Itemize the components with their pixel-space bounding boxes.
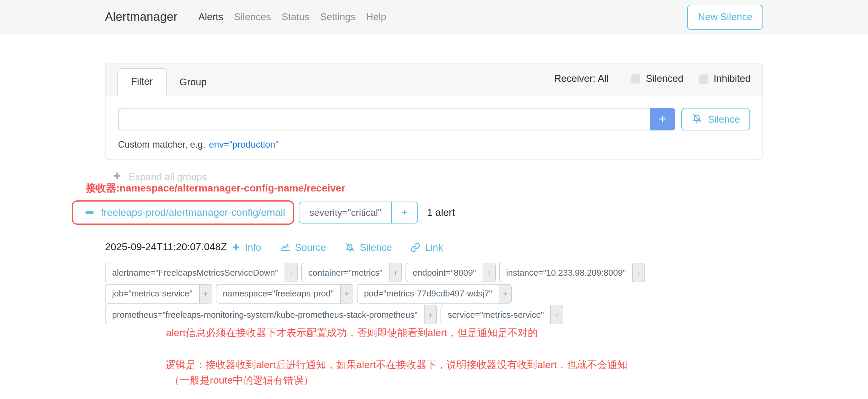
- label-chip[interactable]: instance="10.233.98.209:8009" +: [499, 263, 645, 282]
- nav-item-status[interactable]: Status: [276, 11, 315, 23]
- silence-filter-button-label: Silence: [708, 114, 740, 125]
- alertmanager-page: Alertmanager Alerts Silences Status Sett…: [0, 0, 868, 399]
- link-icon: [410, 242, 421, 252]
- annotation-logic-note-line1: 逻辑是：接收器收到alert后进行通知，如果alert不在接收器下，说明接收器没…: [165, 359, 627, 372]
- label-add-button[interactable]: +: [285, 263, 297, 282]
- label-chip[interactable]: container="metrics" +: [301, 263, 402, 282]
- tab-filter[interactable]: Filter: [117, 68, 166, 95]
- bell-slash-icon: [344, 242, 355, 252]
- group-receiver-link[interactable]: freeleaps-prod/alertmanager-config/email: [101, 207, 285, 218]
- label-add-button[interactable]: +: [389, 263, 401, 282]
- nav-item-settings[interactable]: Settings: [315, 11, 361, 23]
- inhibited-checkbox[interactable]: [699, 74, 708, 83]
- receiver-dropdown[interactable]: Receiver: All: [554, 73, 608, 84]
- alert-info-button[interactable]: Info: [232, 242, 261, 253]
- matcher-helper-text: Custom matcher, e.g.: [118, 139, 206, 149]
- inhibited-checkbox-label[interactable]: Inhibited: [714, 73, 751, 84]
- navbar: Alertmanager Alerts Silences Status Sett…: [0, 0, 868, 34]
- label-add-button[interactable]: +: [499, 284, 511, 303]
- matcher-example-link[interactable]: env="production": [209, 139, 279, 149]
- label-chip[interactable]: job="metrics-service" +: [105, 284, 212, 303]
- nav-item-alerts[interactable]: Alerts: [193, 11, 228, 23]
- label-chip[interactable]: alertname="FreeleapsMetricsServiceDown" …: [105, 263, 298, 282]
- label-chip-text[interactable]: namespace="freeleaps-prod": [216, 284, 340, 303]
- label-add-button[interactable]: +: [482, 263, 495, 282]
- label-chip-text[interactable]: service="metrics-service": [441, 305, 550, 324]
- label-chip-text[interactable]: prometheus="freeleaps-monitoring-system/…: [105, 305, 424, 324]
- label-chip[interactable]: prometheus="freeleaps-monitoring-system/…: [105, 305, 437, 324]
- group-matcher-chip: severity="critical" +: [299, 202, 418, 223]
- label-chip-text[interactable]: pod="metrics-77d9cdb497-wdsj7": [358, 284, 499, 303]
- alert-link-button[interactable]: Link: [410, 242, 443, 253]
- annotation-receiver-note: 接收器:namespace/altermanager-config-name/r…: [86, 182, 345, 195]
- alert-timestamp: 2025-09-24T11:20:07.048Z: [105, 241, 232, 253]
- alert-silence-label: Silence: [360, 242, 392, 253]
- alert-source-link[interactable]: Source: [280, 242, 326, 253]
- new-silence-button[interactable]: New Silence: [687, 4, 763, 29]
- annotation-alert-note: alert信息必须在接收器下才表示配置成功，否则即使能看到alert，但是通知是…: [166, 327, 538, 340]
- alert-row: 2025-09-24T11:20:07.048Z Info Source: [105, 240, 461, 255]
- alert-group-row: freeleaps-prod/alertmanager-config/email…: [72, 201, 455, 225]
- plus-icon: [232, 243, 240, 251]
- label-chip[interactable]: namespace="freeleaps-prod" +: [216, 284, 353, 303]
- silenced-checkbox-label[interactable]: Silenced: [646, 73, 684, 84]
- chart-line-icon: [280, 242, 290, 252]
- label-chip-text[interactable]: instance="10.233.98.209:8009": [499, 263, 632, 282]
- silence-filter-button[interactable]: Silence: [681, 108, 750, 130]
- nav-item-silences[interactable]: Silences: [228, 11, 276, 23]
- nav-item-help[interactable]: Help: [361, 11, 392, 23]
- label-chip[interactable]: service="metrics-service" +: [440, 305, 563, 324]
- label-add-button[interactable]: +: [632, 263, 645, 282]
- group-matcher-label[interactable]: severity="critical": [300, 202, 391, 223]
- group-matcher-add-button[interactable]: +: [391, 202, 417, 223]
- annotation-logic-note-line2: （一般是route中的逻辑有错误）: [169, 374, 314, 387]
- alert-count: 1 alert: [427, 207, 455, 218]
- annotation-red-box: freeleaps-prod/alertmanager-config/email: [72, 201, 294, 225]
- add-matcher-button[interactable]: +: [650, 108, 675, 130]
- collapse-group-icon[interactable]: [85, 211, 94, 214]
- alert-link-label: Link: [425, 242, 443, 253]
- silenced-checkbox[interactable]: [631, 74, 641, 83]
- expand-all-groups-label[interactable]: Expand all groups: [129, 171, 207, 183]
- bell-slash-icon: [691, 112, 703, 126]
- label-add-button[interactable]: +: [551, 305, 563, 324]
- label-chip-text[interactable]: endpoint="8009": [406, 263, 482, 282]
- alert-source-label: Source: [295, 242, 326, 253]
- alert-silence-button[interactable]: Silence: [344, 242, 392, 253]
- label-chip-text[interactable]: alertname="FreeleapsMetricsServiceDown": [105, 263, 285, 282]
- silenced-checkbox-group[interactable]: Silenced: [631, 73, 684, 84]
- label-chip-text[interactable]: job="metrics-service": [105, 284, 199, 303]
- label-add-button[interactable]: +: [340, 284, 353, 303]
- filter-card-body: + Silence Custom matcher, e.g.env="produ…: [105, 95, 763, 150]
- alert-labels: alertname="FreeleapsMetricsServiceDown" …: [105, 263, 645, 324]
- app-brand[interactable]: Alertmanager: [105, 10, 178, 24]
- label-add-button[interactable]: +: [424, 305, 436, 324]
- label-add-button[interactable]: +: [199, 284, 211, 303]
- inhibited-checkbox-group[interactable]: Inhibited: [699, 73, 751, 84]
- matcher-input[interactable]: [118, 108, 650, 130]
- label-chip[interactable]: pod="metrics-77d9cdb497-wdsj7" +: [357, 284, 512, 303]
- expand-all-groups[interactable]: Expand all groups: [113, 171, 207, 183]
- plus-icon: [113, 171, 122, 183]
- label-chip[interactable]: endpoint="8009" +: [406, 263, 495, 282]
- filter-card: Filter Group Receiver: All Silenced Inhi…: [105, 63, 763, 160]
- tab-group[interactable]: Group: [166, 69, 220, 95]
- filter-card-header: Filter Group Receiver: All Silenced Inhi…: [105, 63, 763, 95]
- alert-info-label: Info: [245, 242, 261, 253]
- label-chip-text[interactable]: container="metrics": [302, 263, 389, 282]
